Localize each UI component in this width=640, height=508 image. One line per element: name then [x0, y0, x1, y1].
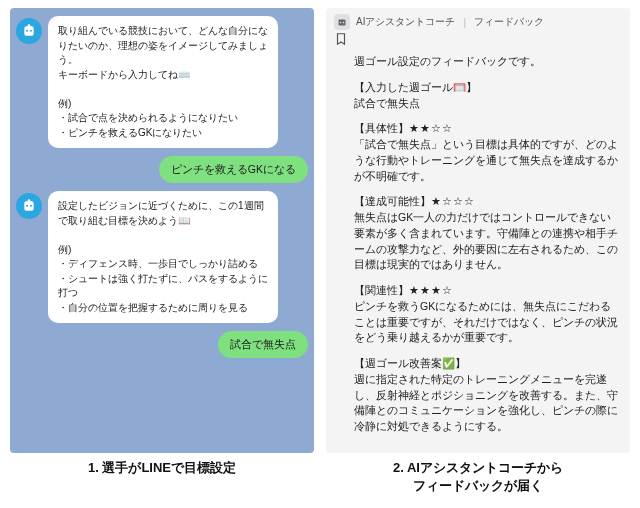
app-icon [334, 14, 350, 30]
user-bubble-2[interactable]: 試合で無失点 [218, 331, 308, 358]
feedback-header: AIアシスタントコーチ | フィードバック [326, 8, 630, 32]
section-text: 週に指定された特定のトレーニングメニューを完遂し、反射神経とポジショニングを改善… [354, 373, 618, 432]
feedback-intro: 週ゴール設定のフィードバックです。 [354, 54, 620, 70]
star-rating: ★★★☆ [409, 284, 453, 296]
star-rating: ★☆☆☆ [431, 195, 475, 207]
goal-block: 【入力した週ゴール🥅】 試合で無失点 [354, 80, 620, 112]
robot-icon [21, 23, 37, 39]
svg-point-1 [340, 22, 342, 24]
goal-value: 試合で無失点 [354, 97, 420, 109]
header-sub: フィードバック [474, 15, 544, 29]
section-text: 無失点はGK一人の力だけではコントロールできない要素が多く含まれています。守備陣… [354, 211, 618, 270]
section-label: 【関連性】 [354, 284, 409, 296]
user-message-row: 試合で無失点 [16, 331, 308, 358]
robot-icon [21, 198, 37, 214]
feedback-body: 週ゴール設定のフィードバックです。 【入力した週ゴール🥅】 試合で無失点 【具体… [326, 52, 630, 453]
user-message-row: ピンチを救えるGKになる [16, 156, 308, 183]
robot-icon [336, 16, 348, 28]
section-concreteness: 【具体性】★★☆☆ 「試合で無失点」という目標は具体的ですが、どのような行動やト… [354, 121, 620, 184]
section-label: 【具体性】 [354, 122, 409, 134]
caption-left: 1. 選手がLINEで目標設定 [10, 459, 314, 495]
bot-avatar [16, 18, 42, 44]
bot-message-row: 設定したビジョンに近づくために、この1週間で取り組む目標を決めよう📖 例) ・デ… [16, 191, 308, 323]
captions: 1. 選手がLINEで目標設定 2. AIアシスタントコーチから フィードバック… [0, 453, 640, 508]
line-panel: 取り組んでいる競技において、どんな自分になりたいのか、理想の姿をイメージしてみま… [10, 8, 314, 453]
app-name: AIアシスタントコーチ [356, 15, 455, 29]
section-text: ピンチを救うGKになるためには、無失点にこだわることは重要ですが、それだけではな… [354, 300, 618, 344]
bot-avatar [16, 193, 42, 219]
line-chat: 取り組んでいる競技において、どんな自分になりたいのか、理想の姿をイメージしてみま… [10, 8, 314, 453]
section-label: 【達成可能性】 [354, 195, 431, 207]
section-relevance: 【関連性】★★★☆ ピンチを救うGKになるためには、無失点にこだわることは重要で… [354, 283, 620, 346]
header-separator: | [463, 17, 466, 28]
section-text: 「試合で無失点」という目標は具体的ですが、どのような行動やトレーニングを通じて無… [354, 138, 618, 182]
section-label: 【週ゴール改善案✅】 [354, 357, 466, 369]
bot-bubble-1: 取り組んでいる競技において、どんな自分になりたいのか、理想の姿をイメージしてみま… [48, 16, 278, 148]
feedback-panel: AIアシスタントコーチ | フィードバック 週ゴール設定のフィードバックです。 … [326, 8, 630, 453]
user-bubble-1[interactable]: ピンチを救えるGKになる [159, 156, 308, 183]
section-achievability: 【達成可能性】★☆☆☆ 無失点はGK一人の力だけではコントロールできない要素が多… [354, 194, 620, 273]
caption-right: 2. AIアシスタントコーチから フィードバックが届く [326, 459, 630, 495]
svg-rect-0 [339, 20, 346, 26]
bot-message-row: 取り組んでいる競技において、どんな自分になりたいのか、理想の姿をイメージしてみま… [16, 16, 308, 148]
goal-label: 【入力した週ゴール🥅】 [354, 81, 477, 93]
bookmark-icon[interactable] [334, 32, 348, 46]
section-improvement: 【週ゴール改善案✅】 週に指定された特定のトレーニングメニューを完遂し、反射神経… [354, 356, 620, 435]
panels: 取り組んでいる競技において、どんな自分になりたいのか、理想の姿をイメージしてみま… [0, 0, 640, 453]
bookmark-row [326, 32, 630, 52]
svg-point-2 [343, 22, 345, 24]
star-rating: ★★☆☆ [409, 122, 453, 134]
bot-bubble-2: 設定したビジョンに近づくために、この1週間で取り組む目標を決めよう📖 例) ・デ… [48, 191, 278, 323]
